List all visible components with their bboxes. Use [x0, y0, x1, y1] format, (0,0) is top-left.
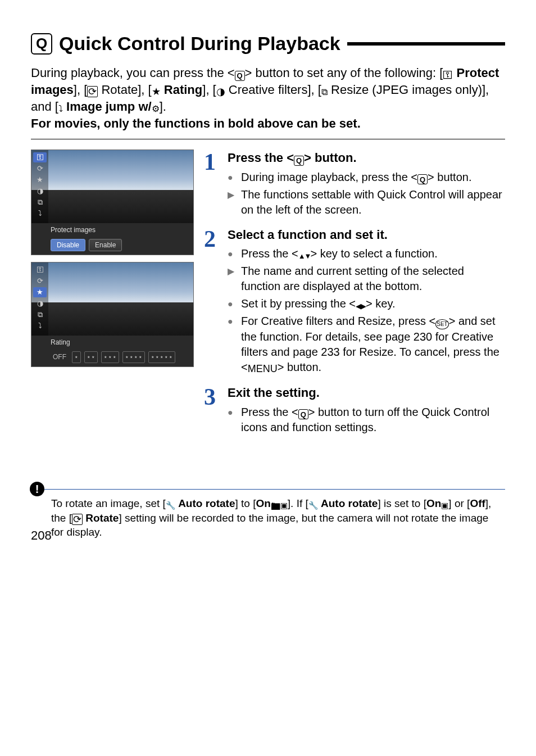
sidebar-lock-icon: ⚿ — [33, 265, 47, 275]
triangle-icon: ▶ — [228, 189, 234, 201]
thumbnails-column: ⚿ ⟳ ★ ◑ ⧉ ⤵ Protect images Disable Enabl… — [31, 150, 194, 444]
step-1: 1 Press the <Q> button. ● During image p… — [204, 150, 505, 218]
q-icon: Q — [31, 33, 52, 55]
step-2: 2 Select a function and set it. ● Press … — [204, 227, 505, 375]
rotate-icon — [72, 514, 83, 525]
q-button-icon: Q — [294, 156, 304, 166]
opt-star5: ⋆⋆⋆⋆⋆ — [148, 351, 175, 363]
step-3-list: ● Press the <Q> button to turn off the Q… — [228, 405, 505, 435]
resize-icon — [321, 86, 328, 98]
wrench-icon — [166, 500, 175, 511]
content-area: ⚿ ⟳ ★ ◑ ⧉ ⤵ Protect images Disable Enabl… — [31, 150, 505, 444]
leftright-key-icon — [356, 301, 366, 311]
camera-icon — [271, 500, 280, 511]
opt-star4: ⋆⋆⋆⋆ — [122, 351, 145, 363]
list-item: ● During image playback, press the <Q> b… — [228, 170, 505, 185]
bullet-icon: ● — [228, 406, 233, 419]
display-icon — [441, 500, 448, 511]
updown-key-icon — [298, 251, 311, 261]
step-1-title: Press the <Q> button. — [228, 150, 505, 166]
opt-off: OFF — [51, 352, 69, 361]
thumbnail-protect-bar: Protect images Disable Enable — [31, 223, 193, 255]
thumbnail-protect: ⚿ ⟳ ★ ◑ ⧉ ⤵ Protect images Disable Enabl… — [31, 150, 194, 255]
thumb-rating-label: Rating — [51, 338, 190, 347]
sidebar-rotate-icon: ⟳ — [33, 164, 47, 174]
thumbnail-protect-sidebar: ⚿ ⟳ ★ ◑ ⧉ ⤵ — [31, 150, 48, 223]
opt-disable: Disable — [51, 239, 85, 251]
list-item: ● Press the <> key to select a function. — [228, 246, 505, 261]
opt-enable: Enable — [89, 239, 122, 251]
opt-star2: ⋆⋆ — [84, 351, 98, 363]
thumbnail-rating-sidebar: ⚿ ⟳ ★ ◑ ⧉ ⤵ — [31, 262, 48, 336]
lock-icon — [443, 68, 453, 82]
display-icon — [280, 500, 288, 511]
menu-button-icon: MENU — [248, 362, 278, 375]
thumbnail-rating-image: ⚿ ⟳ ★ ◑ ⧉ ⤵ — [31, 262, 193, 336]
opt-star1: ⋆ — [72, 351, 81, 363]
sidebar-lock-icon: ⚿ — [33, 152, 47, 162]
page-heading: Q Quick Control During Playback — [31, 31, 505, 57]
steps-column: 1 Press the <Q> button. ● During image p… — [204, 150, 505, 444]
sidebar-jump-icon: ⤵ — [33, 321, 47, 331]
bullet-icon: ● — [228, 315, 233, 328]
jump-icon — [58, 103, 63, 115]
step-1-list: ● During image playback, press the <Q> b… — [228, 170, 505, 218]
star-icon — [152, 85, 161, 98]
q-button-icon: Q — [235, 71, 245, 81]
heading-title: Quick Control During Playback — [59, 31, 340, 57]
creative-icon — [216, 85, 225, 98]
caution-icon: ! — [30, 482, 44, 496]
dial-icon — [152, 103, 160, 115]
sidebar-jump-icon: ⤵ — [33, 209, 47, 219]
list-item: ● Set it by pressing the <> key. — [228, 296, 505, 311]
page-number: 208 — [31, 527, 52, 544]
intro-bold-line: For movies, only the functions in bold a… — [31, 116, 361, 130]
opt-star3: ⋆⋆⋆ — [101, 351, 119, 363]
step-2-title: Select a function and set it. — [228, 227, 505, 243]
triangle-icon: ▶ — [228, 265, 234, 278]
sidebar-creative-icon: ◑ — [33, 186, 47, 196]
thumbnail-protect-image: ⚿ ⟳ ★ ◑ ⧉ ⤵ — [31, 150, 193, 223]
list-item: ▶ The functions settable with Quick Cont… — [228, 187, 505, 218]
wrench-icon — [308, 500, 318, 511]
bullet-icon: ● — [228, 171, 233, 184]
step-1-number: 1 — [204, 146, 216, 178]
list-item: ● Press the <Q> button to turn off the Q… — [228, 405, 505, 435]
divider — [31, 139, 505, 139]
step-3-number: 3 — [204, 381, 216, 413]
rotate-icon — [87, 86, 98, 97]
thumbnail-rating: ⚿ ⟳ ★ ◑ ⧉ ⤵ Rating OFF ⋆ ⋆⋆ ⋆⋆⋆ ⋆⋆⋆⋆ ⋆⋆⋆… — [31, 262, 194, 366]
step-3: 3 Exit the setting. ● Press the <Q> butt… — [204, 384, 505, 435]
thumb-protect-label: Protect images — [51, 225, 190, 234]
list-item: ▶ The name and current setting of the se… — [228, 264, 505, 294]
step-2-number: 2 — [204, 223, 216, 255]
sidebar-star-icon: ★ — [33, 287, 47, 297]
bullet-icon: ● — [228, 298, 233, 310]
sidebar-star-icon: ★ — [33, 175, 47, 185]
sidebar-resize-icon: ⧉ — [33, 197, 47, 207]
step-2-list: ● Press the <> key to select a function.… — [228, 246, 505, 375]
set-button-icon: SET — [435, 319, 448, 329]
heading-rule — [347, 42, 505, 46]
step-3-title: Exit the setting. — [228, 384, 505, 401]
note-box: ! To rotate an image, set [ Auto rotate]… — [31, 489, 505, 540]
q-button-icon: Q — [298, 409, 308, 419]
intro-paragraph: During playback, you can press the <Q> b… — [31, 65, 505, 132]
sidebar-creative-icon: ◑ — [33, 298, 47, 309]
thumbnail-rating-bar: Rating OFF ⋆ ⋆⋆ ⋆⋆⋆ ⋆⋆⋆⋆ ⋆⋆⋆⋆⋆ — [31, 336, 193, 366]
sidebar-resize-icon: ⧉ — [33, 310, 47, 320]
bullet-icon: ● — [228, 248, 233, 260]
sidebar-rotate-icon: ⟳ — [33, 276, 47, 286]
q-button-icon: Q — [417, 174, 428, 184]
list-item: ● For Creative filters and Resize, press… — [228, 314, 505, 375]
